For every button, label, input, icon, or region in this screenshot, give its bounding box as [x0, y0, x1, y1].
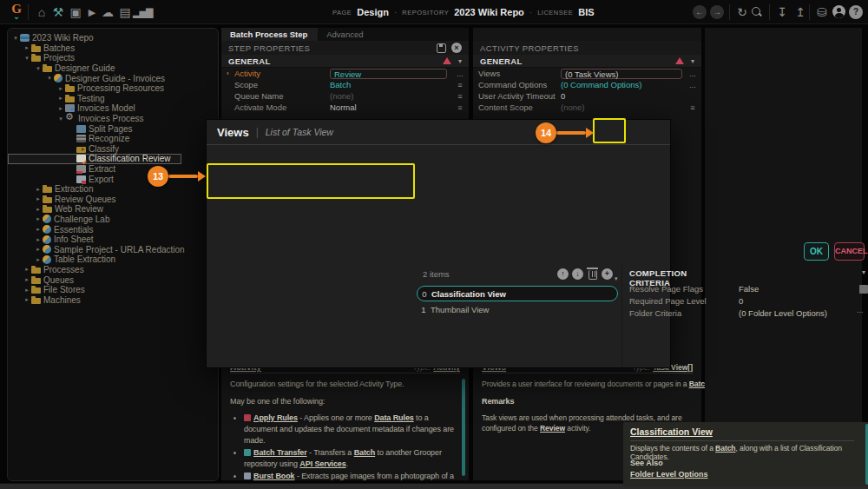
- batch-link[interactable]: Batch: [715, 444, 735, 453]
- menu-icon[interactable]: ≡: [451, 103, 469, 112]
- property-value[interactable]: Batch: [330, 80, 451, 89]
- property-value[interactable]: (none): [330, 91, 451, 101]
- review-link[interactable]: Review: [540, 424, 565, 433]
- expander-icon[interactable]: ▾: [11, 35, 20, 42]
- user-account-icon[interactable]: [832, 5, 845, 18]
- tree-item[interactable]: ▸Essentials: [8, 224, 218, 235]
- burst-book-link[interactable]: Burst Book: [253, 472, 295, 480]
- imports-icon[interactable]: ☁: [99, 0, 116, 24]
- tab-advanced[interactable]: Advanced: [318, 28, 373, 41]
- expander-icon[interactable]: ▸: [34, 195, 43, 202]
- expander-icon[interactable]: ▸: [34, 206, 43, 213]
- expander-icon[interactable]: ▾: [23, 55, 31, 62]
- expander-icon[interactable]: ▸: [56, 105, 65, 112]
- tree-item[interactable]: ▸Batches: [8, 43, 218, 54]
- expander-icon[interactable]: ›: [227, 69, 234, 77]
- tree-item[interactable]: ▸Review Queues: [8, 195, 218, 205]
- cancel-button[interactable]: CANCEL: [834, 242, 865, 261]
- tree-item[interactable]: ▸Processing Resources: [8, 83, 218, 94]
- expander-icon[interactable]: ▸: [34, 236, 43, 243]
- property-row-command-options[interactable]: Command Options (0 Command Options) ...: [473, 79, 701, 90]
- data-rules-link[interactable]: Data Rules: [374, 413, 414, 422]
- menu-icon[interactable]: ≡: [451, 92, 469, 101]
- tree-item[interactable]: ▸Web Review: [8, 204, 218, 215]
- checkbox[interactable]: [859, 285, 868, 294]
- property-row-user-activity-timeout[interactable]: User Activity Timeout 0: [473, 90, 701, 102]
- refresh-icon[interactable]: ↻: [733, 0, 751, 24]
- property-value[interactable]: (none): [561, 102, 684, 112]
- property-value[interactable]: Normal: [330, 102, 451, 112]
- property-row-folder-criteria[interactable]: Folder Criteria (0 Folder Level Options): [629, 307, 868, 319]
- design-tools-icon[interactable]: ⚒: [49, 0, 67, 24]
- tree-item[interactable]: ▸Machines: [8, 294, 218, 305]
- expander-icon[interactable]: ▸: [23, 287, 31, 294]
- move-up-button[interactable]: ↑: [557, 268, 569, 280]
- chevron-down-icon[interactable]: ▾: [862, 268, 865, 276]
- upload-icon[interactable]: ↥: [792, 0, 809, 24]
- expander-icon[interactable]: ▾: [34, 65, 43, 72]
- ok-button[interactable]: OK: [804, 242, 829, 261]
- move-down-button[interactable]: ↓: [572, 268, 583, 280]
- tree-item[interactable]: ▸File Stores: [8, 285, 218, 295]
- tree-item[interactable]: Recognize: [8, 134, 218, 144]
- property-row-activate-mode[interactable]: Activate Mode Normal ≡: [221, 102, 469, 113]
- add-button[interactable]: +: [602, 268, 613, 280]
- chevron-down-icon[interactable]: ▾: [691, 57, 694, 65]
- expander-icon[interactable]: ▸: [34, 186, 43, 193]
- repository-value[interactable]: 2023 Wiki Repo: [454, 7, 524, 17]
- search-icon[interactable]: [752, 7, 762, 17]
- property-row-resolve-page-flags[interactable]: Resolve Page Flags False: [629, 283, 868, 294]
- property-row-scope[interactable]: Scope Batch ≡: [221, 79, 469, 90]
- close-icon[interactable]: ×: [451, 43, 462, 53]
- expander-icon[interactable]: ▸: [56, 85, 65, 92]
- expander-icon[interactable]: ▸: [34, 256, 43, 263]
- classification-view-link[interactable]: Classification View: [630, 426, 713, 437]
- add-dropdown-caret[interactable]: ▾: [615, 275, 618, 282]
- tree-item[interactable]: ▸Info Sheet: [8, 235, 218, 245]
- general-section-row[interactable]: GENERAL ▾: [221, 55, 469, 68]
- property-row-activity[interactable]: › Activity Review ...: [221, 68, 469, 79]
- ellipsis-button[interactable]: ...: [684, 69, 701, 78]
- tree-item[interactable]: ▸Invoices Model: [8, 103, 218, 114]
- expander-icon[interactable]: ▸: [23, 276, 31, 283]
- help-icon[interactable]: ?: [849, 5, 863, 19]
- tree-item[interactable]: ▸Extraction: [8, 184, 218, 195]
- database-icon[interactable]: ⛁: [813, 0, 831, 24]
- tree-item[interactable]: ▾2023 Wiki Repo: [8, 33, 218, 43]
- views-value-field[interactable]: (0 Task Views): [561, 69, 682, 79]
- home-icon[interactable]: ⌂: [33, 0, 50, 24]
- property-value[interactable]: False: [739, 284, 868, 294]
- expander-icon[interactable]: ▾: [45, 75, 54, 82]
- batch-transfer-link[interactable]: Batch Transfer: [253, 448, 307, 457]
- tree-item[interactable]: ▾Designer Guide: [8, 63, 218, 74]
- tree-item[interactable]: ▸Testing: [8, 94, 218, 104]
- batches-icon[interactable]: ▣: [67, 0, 84, 24]
- expander-icon[interactable]: ▸: [34, 226, 43, 233]
- ellipsis-button[interactable]: ...: [857, 306, 864, 314]
- scrollbar[interactable]: [462, 379, 465, 476]
- expander-icon[interactable]: ▾: [56, 116, 65, 122]
- tree-item[interactable]: ▸Queues: [8, 274, 218, 285]
- menu-icon[interactable]: ≡: [684, 103, 701, 112]
- activity-value-field[interactable]: Review: [330, 69, 447, 79]
- delete-button[interactable]: [589, 270, 597, 280]
- tree-item-selected[interactable]: Classification Review: [8, 154, 181, 164]
- stats-icon[interactable]: ▂▅▇: [133, 0, 150, 24]
- ellipsis-button[interactable]: ...: [451, 69, 469, 78]
- menu-icon[interactable]: ≡: [451, 81, 469, 89]
- forward-button[interactable]: →: [710, 5, 724, 19]
- general-section-row[interactable]: GENERAL ▾: [473, 55, 701, 68]
- property-row-views[interactable]: Views (0 Task Views) ...: [473, 68, 701, 79]
- tree-item[interactable]: ▸Processes: [8, 265, 218, 275]
- chevron-down-icon[interactable]: ▾: [458, 57, 462, 65]
- back-button[interactable]: ←: [693, 5, 707, 19]
- property-value[interactable]: 0: [561, 91, 684, 101]
- tree-item[interactable]: ▸Sample Project - URLA Redaction: [8, 244, 218, 254]
- save-icon[interactable]: [437, 43, 446, 53]
- property-row-required-page-level[interactable]: Required Page Level 0: [629, 295, 868, 307]
- expander-icon[interactable]: ▸: [34, 215, 43, 222]
- folder-level-options-link[interactable]: Folder Level Options: [630, 470, 708, 479]
- download-icon[interactable]: ↧: [773, 0, 791, 24]
- tab-batch-process-step[interactable]: Batch Process Step: [221, 28, 318, 41]
- expander-icon[interactable]: ▸: [23, 266, 31, 273]
